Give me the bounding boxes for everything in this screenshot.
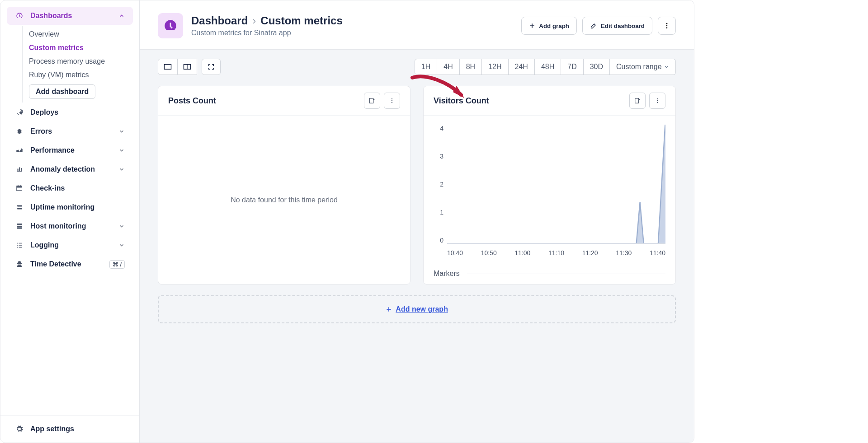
- svg-point-13: [657, 98, 658, 99]
- kbd-shortcut: ⌘ /: [109, 260, 125, 269]
- chevron-down-icon: [118, 166, 125, 173]
- range-custom-label: Custom range: [616, 63, 662, 71]
- markers-line: [467, 274, 665, 274]
- range-7d[interactable]: 7D: [561, 59, 583, 75]
- y-axis-ticks: 43210: [434, 125, 443, 244]
- nav-checkins[interactable]: Check-ins: [7, 179, 133, 197]
- svg-point-15: [657, 102, 658, 103]
- sidebar: Dashboards Overview Custom metrics Proce…: [0, 0, 140, 443]
- bug-icon: [15, 127, 24, 136]
- nav-dashboards-label: Dashboards: [30, 12, 118, 20]
- panel-more-button[interactable]: [649, 93, 665, 109]
- kebab-icon: [663, 22, 670, 29]
- nav-uptime-label: Uptime monitoring: [30, 203, 125, 211]
- panel-posts-title: Posts Count: [168, 96, 364, 106]
- edit-dashboard-label: Edit dashboard: [601, 23, 645, 29]
- range-8h[interactable]: 8H: [460, 59, 482, 75]
- svg-point-4: [666, 27, 668, 28]
- svg-point-3: [666, 25, 668, 27]
- page-header: Dashboard › Custom metrics Custom metric…: [140, 0, 694, 49]
- server-icon: [15, 222, 24, 231]
- chevron-down-icon: [118, 128, 125, 135]
- export-button[interactable]: [629, 93, 646, 109]
- layout-single-button[interactable]: [158, 59, 178, 75]
- chevron-down-icon: [118, 223, 125, 229]
- chevron-up-icon: [118, 13, 125, 19]
- nav-errors-label: Errors: [30, 127, 118, 135]
- nav-app-settings[interactable]: App settings: [7, 420, 133, 438]
- svg-point-2: [666, 23, 668, 24]
- main: Dashboard › Custom metrics Custom metric…: [140, 0, 694, 443]
- nav-checkins-label: Check-ins: [30, 184, 125, 192]
- nav-host[interactable]: Host monitoring: [7, 217, 133, 235]
- add-graph-label: Add graph: [539, 23, 569, 29]
- nav-app-settings-label: App settings: [30, 425, 125, 433]
- svg-point-11: [392, 102, 392, 103]
- panel-visitors-count: Visitors Count 43210 10:4010:5011:: [423, 86, 676, 284]
- nav-uptime[interactable]: Uptime monitoring: [7, 198, 133, 216]
- range-12h[interactable]: 12H: [482, 59, 508, 75]
- layout-split-button[interactable]: [178, 59, 197, 75]
- gear-icon: [15, 424, 24, 434]
- svg-point-14: [657, 100, 658, 101]
- nav-time-detective-label: Time Detective: [30, 260, 109, 268]
- visitors-chart[interactable]: 43210 10:4010:5011:0011:1011:2011:3011:4…: [424, 116, 675, 263]
- nav-performance-label: Performance: [30, 146, 118, 154]
- gauge-icon: [15, 11, 24, 20]
- plus-icon: [529, 23, 535, 29]
- subnav-custom-metrics[interactable]: Custom metrics: [29, 41, 139, 55]
- range-24h[interactable]: 24H: [509, 59, 535, 75]
- nav-host-label: Host monitoring: [30, 222, 118, 230]
- speed-icon: [15, 146, 24, 155]
- range-48h[interactable]: 48H: [535, 59, 561, 75]
- range-1h[interactable]: 1H: [415, 59, 437, 75]
- breadcrumb-leaf: Custom metrics: [260, 14, 342, 27]
- subnav-process-memory[interactable]: Process memory usage: [29, 55, 139, 68]
- chevron-down-icon: [118, 242, 125, 248]
- panel-visitors-title: Visitors Count: [434, 96, 629, 106]
- breadcrumb-root[interactable]: Dashboard: [191, 14, 248, 27]
- layout-toggle: [158, 59, 221, 75]
- dashboards-subnav: Overview Custom metrics Process memory u…: [22, 26, 139, 103]
- range-4h[interactable]: 4H: [437, 59, 459, 75]
- nav-deploys-label: Deploys: [30, 108, 125, 117]
- svg-rect-12: [635, 98, 639, 103]
- calendar-icon: [15, 184, 24, 193]
- range-30d[interactable]: 30D: [584, 59, 610, 75]
- svg-rect-5: [165, 65, 171, 70]
- nav-logging[interactable]: Logging: [7, 236, 133, 254]
- panel-more-button[interactable]: [384, 93, 400, 109]
- edit-dashboard-button[interactable]: Edit dashboard: [582, 17, 652, 35]
- nav-performance[interactable]: Performance: [7, 141, 133, 159]
- add-new-graph-button[interactable]: Add new graph: [158, 295, 676, 323]
- markers-label: Markers: [434, 270, 460, 278]
- nav-errors[interactable]: Errors: [7, 122, 133, 140]
- nav-dashboards[interactable]: Dashboards: [7, 7, 133, 25]
- dashboard-icon: [158, 13, 183, 38]
- detective-icon: [15, 260, 24, 269]
- add-dashboard-button[interactable]: Add dashboard: [29, 84, 95, 99]
- nav-deploys[interactable]: Deploys: [7, 103, 133, 121]
- breadcrumb: Dashboard › Custom metrics: [191, 14, 513, 27]
- nav-logging-label: Logging: [30, 241, 118, 249]
- subnav-ruby-vm[interactable]: Ruby (VM) metrics: [29, 68, 139, 82]
- chevron-down-icon: [664, 64, 669, 70]
- export-button[interactable]: [364, 93, 380, 109]
- time-range-selector: 1H 4H 8H 12H 24H 48H 7D 30D Custom range: [415, 59, 676, 75]
- add-graph-button[interactable]: Add graph: [521, 17, 577, 35]
- panel-posts-empty: No data found for this time period: [158, 116, 410, 284]
- range-custom[interactable]: Custom range: [610, 59, 676, 75]
- page-subtitle: Custom metrics for Sinatra app: [191, 29, 513, 37]
- add-new-graph-label: Add new graph: [396, 305, 448, 313]
- fullscreen-button[interactable]: [202, 59, 221, 75]
- markers-row: Markers: [424, 263, 675, 284]
- nav-anomaly[interactable]: Anomaly detection: [7, 160, 133, 178]
- chevron-down-icon: [118, 147, 125, 154]
- more-menu-button[interactable]: [658, 17, 676, 35]
- subnav-overview[interactable]: Overview: [29, 28, 139, 41]
- svg-point-10: [392, 100, 392, 101]
- chart-plot: [447, 125, 665, 244]
- panel-posts-count: Posts Count No data found for this time …: [158, 86, 410, 284]
- edit-icon: [590, 22, 597, 29]
- nav-time-detective[interactable]: Time Detective ⌘ /: [7, 255, 133, 273]
